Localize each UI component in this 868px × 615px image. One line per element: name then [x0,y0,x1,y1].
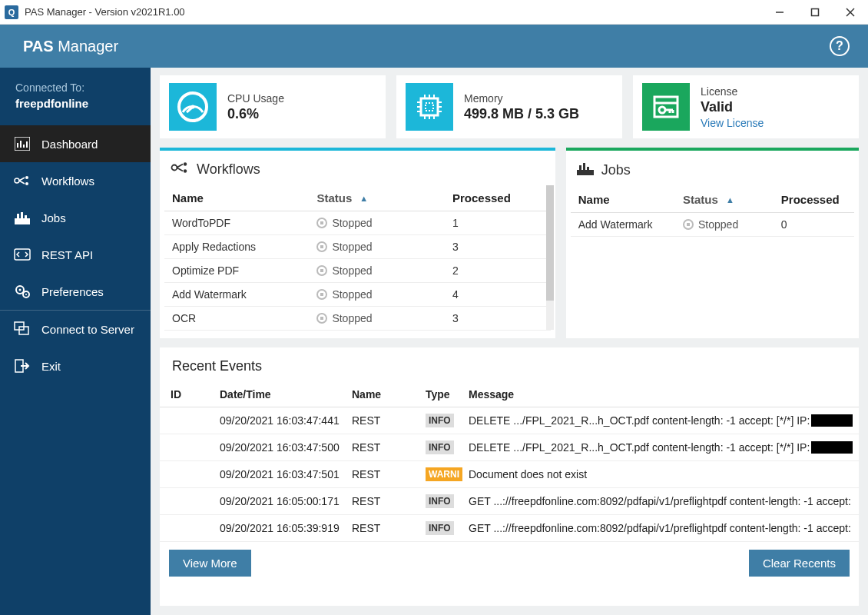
stopped-icon [316,241,327,252]
col-processed[interactable]: Processed [781,193,846,206]
workflows-icon [14,175,31,186]
sidebar-item-restapi[interactable]: REST API [0,236,151,273]
col-name[interactable]: Name [172,191,316,204]
svg-rect-57 [583,163,585,170]
sidebar-item-label: Workflows [41,175,94,188]
workflow-status: Stopped [316,217,452,229]
table-row[interactable]: Apply Redactions Stopped 3 [164,235,551,259]
svg-rect-55 [577,170,594,175]
svg-point-12 [25,176,28,179]
sidebar-item-dashboard[interactable]: Dashboard [0,125,151,162]
scrollbar-thumb[interactable] [546,185,554,301]
sidebar-item-preferences[interactable]: Preferences [0,273,151,310]
workflows-title: Workflows [197,161,260,178]
jobs-title: Jobs [601,162,631,178]
sidebar-item-workflows[interactable]: Workflows [0,162,151,199]
workflow-processed: 3 [452,241,543,253]
svg-rect-44 [654,97,678,117]
col-datetime[interactable]: Date/Time [220,388,352,401]
memory-label: Memory [464,92,579,105]
workflow-status: Stopped [316,288,452,301]
event-message: DELETE .../FPL_2021_R...h_OCT.pdf conten… [469,441,853,454]
app-brand: PAS Manager [23,38,118,55]
sort-asc-icon: ▲ [726,195,734,204]
svg-point-53 [184,162,187,165]
sidebar-item-label: Jobs [41,211,66,224]
col-status[interactable]: Status▲ [683,193,781,206]
event-message: DELETE .../FPL_2021_R...h_OCT.pdf conten… [469,414,853,427]
svg-point-54 [184,169,187,172]
event-name: REST [352,441,426,454]
event-type: INFO [426,494,469,508]
sidebar-item-jobs[interactable]: Jobs [0,199,151,236]
col-type[interactable]: Type [426,388,469,401]
sort-asc-icon: ▲ [359,194,368,203]
connected-to-value: freepdfonline [15,97,135,110]
sidebar-item-exit[interactable]: Exit [0,347,151,384]
col-status[interactable]: Status▲ [316,191,452,204]
stopped-icon [316,313,327,324]
event-message: Document does not exist [469,468,853,480]
job-processed: 0 [781,218,846,231]
event-row[interactable]: 09/20/2021 16:05:39:919 REST INFO GET ..… [160,515,859,542]
close-button[interactable] [833,0,868,25]
exit-icon [14,359,31,373]
table-row[interactable]: Add Watermark Stopped 4 [164,283,551,307]
minimize-button[interactable] [762,0,797,25]
help-icon[interactable]: ? [830,36,850,56]
col-name[interactable]: Name [578,193,683,206]
maximize-button[interactable] [797,0,833,25]
event-message: GET ...://freepdfonline.com:8092/pdfapi/… [469,522,853,534]
event-row[interactable]: 09/20/2021 16:03:47:441 REST INFO DELETE… [160,407,859,434]
event-datetime: 09/20/2021 16:05:39:919 [220,522,352,534]
table-row[interactable]: WordToPDF Stopped 1 [164,211,551,235]
svg-point-46 [659,107,665,113]
workflow-processed: 3 [452,312,543,324]
sidebar-item-label: Connect to Server [41,323,134,336]
event-row[interactable]: 09/20/2021 16:03:47:501 REST WARNI Docum… [160,461,859,488]
workflow-name: Apply Redactions [172,241,316,253]
event-row[interactable]: 09/20/2021 16:03:47:500 REST INFO DELETE… [160,434,859,461]
event-type: WARNI [426,467,469,481]
sidebar-item-connect[interactable]: Connect to Server [0,311,151,347]
event-name: REST [352,468,426,480]
svg-rect-16 [21,212,23,218]
window-title: PAS Manager - Version v2021R1.00 [25,6,185,18]
preferences-icon [14,284,31,299]
event-type: INFO [426,440,469,454]
table-row[interactable]: OCR Stopped 3 [164,307,551,331]
col-message[interactable]: Message [469,388,853,401]
svg-point-22 [25,294,27,295]
workflow-processed: 4 [452,288,543,301]
recent-events-title: Recent Events [160,347,859,382]
main-content: CPU Usage 0.6% Memory 499.8 MB / 5.3 GB [151,68,868,615]
event-datetime: 09/20/2021 16:03:47:501 [220,468,352,480]
view-more-button[interactable]: View More [169,550,251,577]
dashboard-icon [14,137,31,151]
col-id[interactable]: ID [166,388,220,401]
jobs-panel: Jobs Name Status▲ Processed Add Watermar… [566,148,859,338]
svg-rect-15 [17,214,19,218]
event-message: GET ...://freepdfonline.com:8092/pdfapi/… [469,495,853,507]
license-label: License [701,85,764,98]
clear-recents-button[interactable]: Clear Recents [749,550,850,577]
event-type: INFO [426,521,469,535]
stopped-icon [316,218,327,228]
view-license-link[interactable]: View License [701,117,764,129]
workflow-status: Stopped [316,312,452,324]
svg-rect-1 [812,8,819,15]
svg-rect-31 [426,103,433,111]
col-processed[interactable]: Processed [452,191,543,204]
table-row[interactable]: Add Watermark Stopped 0 [571,213,854,237]
workflow-name: Add Watermark [172,288,316,301]
titlebar: Q PAS Manager - Version v2021R1.00 [0,0,868,25]
memory-value: 499.8 MB / 5.3 GB [464,106,579,122]
svg-point-13 [25,182,28,185]
sidebar-item-label: Preferences [41,285,104,298]
event-row[interactable]: 09/20/2021 16:05:00:171 REST INFO GET ..… [160,488,859,515]
connected-to-label: Connected To: [15,81,135,94]
workflow-processed: 2 [452,264,543,277]
col-name[interactable]: Name [352,388,426,401]
table-row[interactable]: Optimize PDF Stopped 2 [164,259,551,283]
event-name: REST [352,522,426,534]
